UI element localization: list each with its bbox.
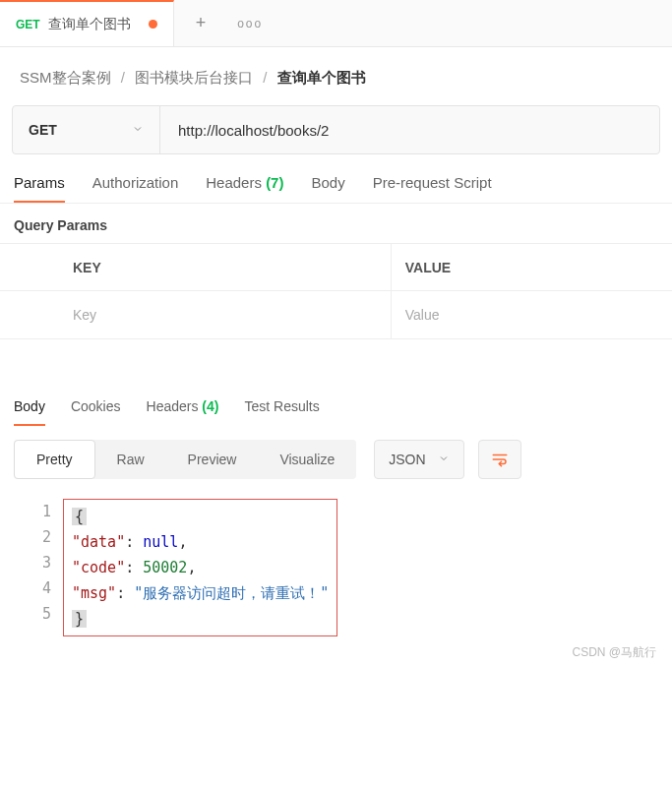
- headers-count: (7): [266, 174, 283, 191]
- value-input[interactable]: Value: [392, 291, 672, 338]
- method-label: GET: [29, 122, 57, 138]
- json-val-msg: "服务器访问超时，请重试！": [134, 584, 329, 602]
- breadcrumb: SSM整合案例 / 图书模块后台接口 / 查询单个图书: [0, 47, 672, 105]
- json-key-data: "data": [72, 533, 125, 551]
- tab-prerequest[interactable]: Pre-request Script: [373, 174, 492, 203]
- format-select[interactable]: JSON: [374, 440, 463, 479]
- chevron-down-icon: [438, 452, 450, 467]
- query-params-title: Query Params: [0, 204, 672, 243]
- line-no: 1: [14, 499, 51, 524]
- watermark: CSDN @马航行: [0, 636, 672, 665]
- tab-body[interactable]: Body: [311, 174, 344, 203]
- json-val-data: null: [143, 533, 178, 551]
- breadcrumb-sep: /: [263, 69, 267, 86]
- table-input-row: Key Value: [0, 291, 672, 338]
- tab-headers-label: Headers: [206, 174, 262, 191]
- key-input[interactable]: Key: [59, 291, 392, 338]
- query-params-table: KEY VALUE Key Value: [0, 243, 672, 339]
- tab-headers[interactable]: Headers (7): [206, 174, 283, 203]
- col-value: VALUE: [392, 244, 672, 290]
- tab-bar: GET 查询单个图书 + ooo: [0, 0, 672, 47]
- response-tabs: Body Cookies Headers (4) Test Results: [0, 339, 672, 426]
- view-pretty-button[interactable]: Pretty: [14, 440, 95, 479]
- brace-close: }: [72, 610, 87, 628]
- col-key: KEY: [59, 244, 392, 290]
- json-val-code: 50002: [143, 559, 187, 576]
- breadcrumb-item[interactable]: 图书模块后台接口: [135, 69, 253, 86]
- view-mode-group: Pretty Raw Preview Visualize: [14, 440, 356, 479]
- tab-overflow-button[interactable]: ooo: [227, 17, 273, 30]
- wrap-lines-button[interactable]: [478, 440, 521, 479]
- method-select[interactable]: GET: [13, 106, 160, 153]
- tab-method: GET: [16, 18, 40, 31]
- request-tab[interactable]: GET 查询单个图书: [0, 0, 174, 46]
- resp-tab-headers[interactable]: Headers (4): [147, 398, 219, 426]
- resp-tab-body[interactable]: Body: [14, 398, 45, 426]
- resp-tab-cookies[interactable]: Cookies: [71, 398, 121, 426]
- breadcrumb-current: 查询单个图书: [277, 69, 366, 86]
- line-no: 2: [14, 524, 51, 550]
- tab-title: 查询单个图书: [48, 16, 131, 33]
- line-no: 3: [14, 550, 51, 575]
- request-tabs: Params Authorization Headers (7) Body Pr…: [0, 154, 672, 204]
- table-header-row: KEY VALUE: [0, 244, 672, 291]
- brace-open: {: [72, 508, 87, 525]
- tab-authorization[interactable]: Authorization: [92, 174, 179, 203]
- response-body: 1 2 3 4 5 { "data": null, "code": 50002,…: [14, 499, 658, 636]
- code-content[interactable]: { "data": null, "code": 50002, "msg": "服…: [63, 499, 337, 636]
- format-label: JSON: [389, 452, 425, 467]
- tab-params[interactable]: Params: [14, 174, 65, 203]
- resp-tab-tests[interactable]: Test Results: [244, 398, 319, 426]
- chevron-down-icon: [132, 122, 144, 138]
- request-url-row: GET http://localhost/books/2: [12, 105, 660, 154]
- view-visualize-button[interactable]: Visualize: [258, 440, 356, 479]
- json-key-msg: "msg": [72, 584, 116, 602]
- breadcrumb-sep: /: [121, 69, 125, 86]
- new-tab-button[interactable]: +: [174, 13, 228, 33]
- url-input[interactable]: http://localhost/books/2: [160, 106, 659, 153]
- line-gutter: 1 2 3 4 5: [14, 499, 63, 636]
- resp-headers-label: Headers: [147, 398, 199, 414]
- line-no: 4: [14, 575, 51, 601]
- line-no: 5: [14, 601, 51, 627]
- unsaved-dot-icon: [149, 20, 157, 29]
- breadcrumb-item[interactable]: SSM整合案例: [20, 69, 111, 86]
- response-view-row: Pretty Raw Preview Visualize JSON: [0, 426, 672, 489]
- view-raw-button[interactable]: Raw: [95, 440, 166, 479]
- json-key-code: "code": [72, 559, 125, 576]
- view-preview-button[interactable]: Preview: [166, 440, 259, 479]
- resp-headers-count: (4): [202, 398, 218, 414]
